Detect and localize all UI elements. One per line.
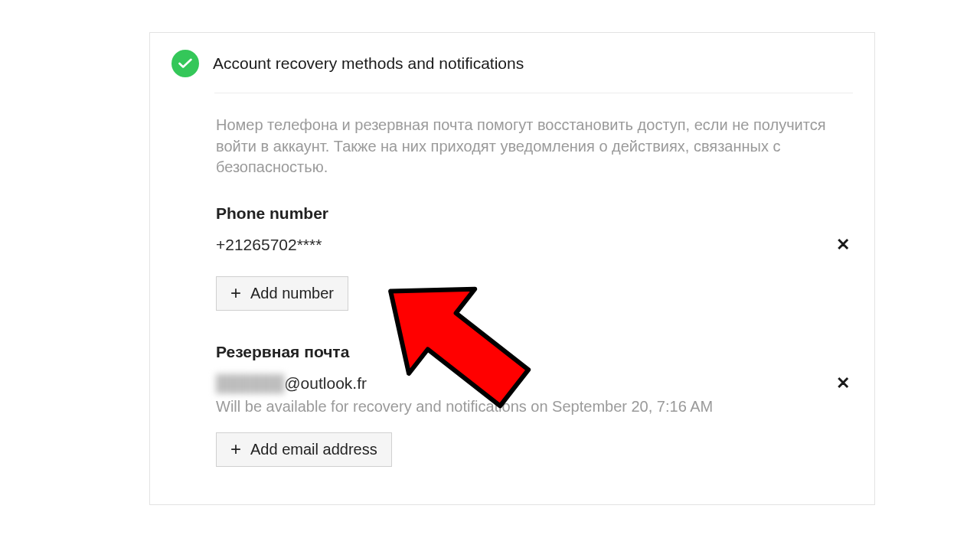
phone-row: +21265702**** ✕ — [216, 233, 853, 256]
add-email-label: Add email address — [250, 441, 377, 458]
phone-value: +21265702**** — [216, 236, 322, 254]
plus-icon: + — [230, 441, 241, 458]
email-section-label: Резервная почта — [216, 343, 853, 361]
recovery-panel: Account recovery methods and notificatio… — [149, 32, 875, 505]
remove-phone-button[interactable]: ✕ — [831, 233, 854, 256]
plus-icon: + — [230, 285, 241, 302]
check-icon — [172, 50, 199, 77]
add-email-button[interactable]: + Add email address — [216, 432, 392, 467]
add-phone-button[interactable]: + Add number — [216, 276, 348, 311]
email-domain: @outlook.fr — [284, 374, 367, 393]
email-row: ██████ @outlook.fr ✕ — [216, 372, 853, 395]
panel-header: Account recovery methods and notificatio… — [150, 33, 874, 77]
close-icon: ✕ — [836, 373, 850, 393]
close-icon: ✕ — [836, 235, 850, 254]
email-local-blurred: ██████ — [216, 374, 284, 393]
description-text: Номер телефона и резервная почта помогут… — [216, 115, 836, 178]
phone-section-label: Phone number — [216, 204, 853, 223]
remove-email-button[interactable]: ✕ — [831, 372, 854, 395]
email-availability-note: Will be available for recovery and notif… — [216, 398, 853, 416]
add-phone-label: Add number — [250, 285, 334, 302]
panel-title: Account recovery methods and notificatio… — [213, 54, 524, 73]
panel-content: Номер телефона и резервная почта помогут… — [150, 93, 874, 467]
email-value: ██████ @outlook.fr — [216, 374, 367, 393]
